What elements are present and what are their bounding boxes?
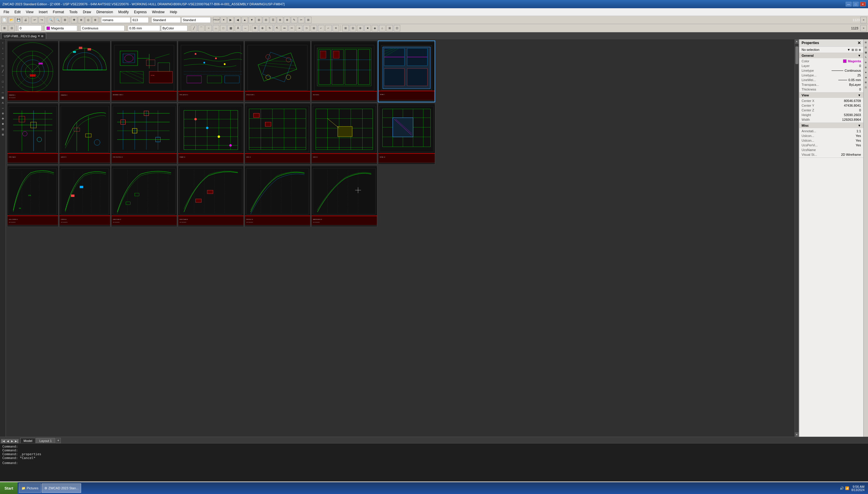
tb-btn-1[interactable]: ▶ xyxy=(228,17,234,23)
drawing-thumb-11[interactable]: FRAME 11 xyxy=(178,103,244,165)
misc-header[interactable]: Misc ▼ xyxy=(799,123,863,128)
zoom-out-button[interactable]: 🔍 xyxy=(55,17,61,23)
strip-btn-1[interactable]: ⊞ xyxy=(864,40,868,45)
drawing-thumb-5[interactable]: STRUCTURE 5 xyxy=(245,41,311,102)
menu-edit[interactable]: Edit xyxy=(12,10,23,15)
arc-btn[interactable]: ⌓ xyxy=(213,25,219,32)
font-dropdown[interactable]: romans xyxy=(101,17,131,23)
thickness-prop-value[interactable]: 0 xyxy=(859,88,861,91)
drawing-thumb-1[interactable]: DRAWING 1 USP-VSE220076 xyxy=(7,41,58,102)
maximize-button[interactable]: □ xyxy=(853,2,859,6)
drawing-thumb-7[interactable]: DETAIL 7 xyxy=(378,41,435,102)
drawing-thumb-16[interactable]: CURVE 16 USP-VSE220076 xyxy=(59,165,111,227)
print-button[interactable]: 🖨 xyxy=(22,17,29,23)
chamfer-btn[interactable]: ⌐ xyxy=(325,25,332,32)
drawing-canvas[interactable]: DRAWING 1 USP-VSE220076 xyxy=(6,39,799,437)
lt-pan-btn[interactable]: ✥ xyxy=(1,116,5,121)
strip-btn-8[interactable]: ◈ xyxy=(864,75,868,80)
save-button[interactable]: 💾 xyxy=(15,17,22,23)
center-z-value[interactable]: 0 xyxy=(859,109,861,112)
lt-arc-btn[interactable]: ⌓ xyxy=(1,90,5,95)
active-document-tab[interactable]: USP-FM8...REV.0.dwg ✕ ⊞ xyxy=(1,33,46,39)
menu-express[interactable]: Express xyxy=(132,10,149,15)
tb2-btn-3[interactable]: ⊕ xyxy=(357,25,364,32)
properties-close-button[interactable]: ✕ xyxy=(857,41,861,45)
general-collapse-icon[interactable]: ▼ xyxy=(858,54,861,57)
lt-block-btn[interactable]: ⊟ xyxy=(1,127,5,132)
lt-line-btn[interactable]: ╱ xyxy=(1,69,5,74)
menu-tools[interactable]: Tools xyxy=(67,10,80,15)
general-header[interactable]: General ▼ xyxy=(799,53,863,58)
match-prop-button[interactable]: ✦ xyxy=(220,17,227,23)
drawing-thumb-3[interactable]: DETAIL ASSEMBLY DWG 3 xyxy=(111,41,177,102)
menu-modify[interactable]: Modify xyxy=(116,10,131,15)
drawing-thumb-4[interactable]: PIPE LAYOUT 4 xyxy=(178,41,244,102)
lt-snap-btn[interactable]: ✚ xyxy=(1,122,5,126)
scroll-up-btn[interactable]: ▲ xyxy=(795,39,799,43)
lt-btn-4[interactable]: → xyxy=(1,56,5,61)
tb-btn-11[interactable]: ✂ xyxy=(298,17,304,23)
drawing-thumb-15[interactable]: FR STA HULL CURVE 15 USP-VSE220076 xyxy=(7,165,58,227)
tb-btn-12[interactable]: ⊞ xyxy=(305,17,311,23)
drawing-thumb-18[interactable]: BODY PLAN 18 USP-VSE220076 xyxy=(178,165,244,227)
drawing-thumb-19[interactable]: PROFILE 19 USP-VSE220076 xyxy=(245,165,311,227)
scale-btn[interactable]: ⇱ xyxy=(274,25,280,32)
tb-btn-3[interactable]: ▲ xyxy=(242,17,248,23)
tb2-btn-8[interactable]: ⊡ xyxy=(394,25,400,32)
tb-btn-4[interactable]: ▼ xyxy=(249,17,255,23)
model-tab[interactable]: Model xyxy=(20,438,36,443)
zoom-in-button[interactable]: 🔍 xyxy=(47,17,54,23)
dim-btn[interactable]: ↔ xyxy=(242,25,249,32)
layout1-tab[interactable]: Layout 1 xyxy=(36,438,55,443)
ucspervi-value[interactable]: Yes xyxy=(856,144,861,147)
menu-format[interactable]: Format xyxy=(51,10,66,15)
tab-close-button[interactable]: ✕ xyxy=(38,34,40,38)
tab-last-btn[interactable]: ▶| xyxy=(14,439,19,443)
drawing-thumb-12[interactable]: GRID 12 xyxy=(245,103,311,165)
tab-prev-btn[interactable]: ◀ xyxy=(5,439,10,443)
minimize-button[interactable]: — xyxy=(846,2,851,6)
undo-button[interactable]: ↩ xyxy=(32,17,38,23)
command-input-field[interactable] xyxy=(19,461,866,465)
color-dropdown[interactable]: Magenta xyxy=(45,25,77,31)
strip-btn-9[interactable]: ⊠ xyxy=(864,80,868,84)
tray-icon-2[interactable]: 📶 xyxy=(845,486,849,490)
menu-help[interactable]: Help xyxy=(168,10,179,15)
scroll-thumb[interactable] xyxy=(795,46,798,64)
style-dropdown[interactable]: Standard xyxy=(151,17,181,23)
tb-arrow-btn[interactable]: » xyxy=(860,17,867,23)
strip-btn-5[interactable]: ⊕ xyxy=(864,60,868,65)
trim-btn[interactable]: ✂ xyxy=(289,25,295,32)
drawing-thumb-13[interactable]: GRID 13 xyxy=(311,103,377,165)
menu-view[interactable]: View xyxy=(23,10,36,15)
text-btn[interactable]: A xyxy=(235,25,241,32)
taskbar-item-pictures[interactable]: 📁 Pictures xyxy=(19,483,41,493)
close-window-button[interactable]: ✕ xyxy=(860,2,866,6)
drawing-thumb-6[interactable]: SECTION 6 xyxy=(311,41,377,102)
tray-icon-1[interactable]: 🔊 xyxy=(840,486,844,490)
tb-btn-9[interactable]: ⊗ xyxy=(284,17,290,23)
strip-btn-10[interactable]: ⊡ xyxy=(864,85,868,90)
rotate-btn[interactable]: ↻ xyxy=(267,25,273,32)
tb-btn-6[interactable]: ⊟ xyxy=(263,17,269,23)
fontsize-dropdown[interactable]: 613 xyxy=(131,17,149,23)
layer-btn[interactable]: ⊞ xyxy=(1,25,8,32)
tb2-btn-2[interactable]: ⊟ xyxy=(350,25,356,32)
selection-dropdown-arrow[interactable]: ▼ xyxy=(847,48,850,52)
lt-zoom-btn[interactable]: ⊕ xyxy=(1,111,5,116)
move-btn[interactable]: ✥ xyxy=(252,25,258,32)
color2-dropdown[interactable]: ByColor xyxy=(161,25,188,31)
linetype-prop-value[interactable]: Continuous xyxy=(832,69,861,72)
linetype-dropdown[interactable]: Continuous xyxy=(80,25,124,31)
lineweight-dropdown[interactable]: 0.05 mm xyxy=(128,25,160,31)
strip-btn-6[interactable]: ⊗ xyxy=(864,65,868,70)
layer-props-btn[interactable]: ⊟ xyxy=(8,25,15,32)
tb-btn-10[interactable]: ✎ xyxy=(291,17,297,23)
selection-icon-2[interactable]: ⊟ xyxy=(855,48,857,52)
ucscon1-value[interactable]: Yes xyxy=(856,134,861,137)
zoom-all-button[interactable]: ⊞ xyxy=(62,17,68,23)
lt-poly-btn[interactable]: ⌒ xyxy=(1,74,5,79)
tab-first-btn[interactable]: |◀ xyxy=(1,439,5,443)
lt-rect-btn[interactable]: □ xyxy=(1,79,5,84)
tb2-btn-1[interactable]: ⊞ xyxy=(342,25,349,32)
